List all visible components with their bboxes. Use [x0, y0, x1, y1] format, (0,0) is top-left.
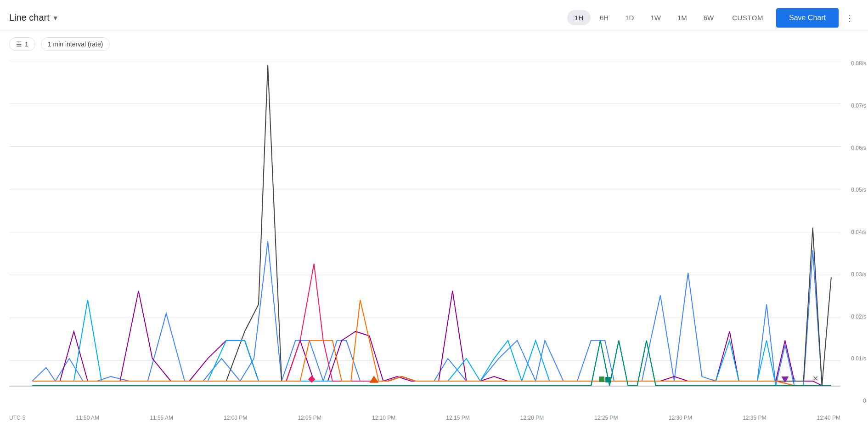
x-label-1235: 12:35 PM — [743, 415, 766, 421]
interval-button[interactable]: 1 min interval (rate) — [41, 37, 110, 51]
filter-count: 1 — [25, 40, 28, 48]
more-options-button[interactable]: ⋮ — [840, 9, 859, 27]
chart-title-container[interactable]: Line chart ▼ — [9, 12, 83, 23]
triangle-up-marker — [781, 376, 789, 383]
diamond-marker — [308, 376, 316, 383]
x-label-1215: 12:15 PM — [446, 415, 469, 421]
save-chart-button[interactable]: Save Chart — [776, 8, 839, 28]
y-axis-labels: 0 0.01/s 0.02/s 0.03/s 0.04/s 0.05/s 0.0… — [851, 61, 866, 404]
x-label-1210: 12:10 PM — [372, 415, 395, 421]
header: Line chart ▼ 1H 6H 1D 1W 1M 6W CUSTOM Sa… — [0, 0, 868, 32]
x-label-1240: 12:40 PM — [817, 415, 840, 421]
chart-area: + ✕ 0 0.01/s 0.02/s 0.03/s 0.04/s 0.05/s… — [0, 56, 868, 422]
time-btn-1w[interactable]: 1W — [643, 10, 668, 25]
square-marker — [599, 376, 604, 382]
time-range-buttons: 1H 6H 1D 1W 1M 6W CUSTOM — [567, 10, 772, 25]
y-label-003: 0.03/s — [851, 272, 866, 277]
y-label-004: 0.04/s — [851, 229, 866, 235]
y-label-005: 0.05/s — [851, 187, 866, 193]
y-label-0: 0 — [851, 398, 866, 404]
chart-type-dropdown-icon[interactable]: ▼ — [52, 14, 59, 22]
x-label-1225: 12:25 PM — [594, 415, 618, 421]
subheader: ☰ 1 1 min interval (rate) — [0, 32, 868, 56]
filter-button[interactable]: ☰ 1 — [9, 37, 35, 51]
filter-icon: ☰ — [16, 40, 22, 48]
x-label-1155: 11:55 AM — [150, 415, 173, 421]
time-btn-1d[interactable]: 1D — [618, 10, 641, 25]
chart-svg: + ✕ — [9, 61, 840, 404]
chart-title-text: Line chart — [9, 12, 50, 23]
plus-marker: + — [792, 376, 797, 385]
y-label-007: 0.07/s — [851, 103, 866, 108]
x-label-1220: 12:20 PM — [520, 415, 544, 421]
time-btn-6h[interactable]: 6H — [592, 10, 616, 25]
x-label-1150: 11:50 AM — [76, 415, 99, 421]
y-label-008: 0.08/s — [851, 61, 866, 66]
y-label-002: 0.02/s — [851, 314, 866, 319]
x-label-1230: 12:30 PM — [669, 415, 692, 421]
time-btn-custom[interactable]: CUSTOM — [723, 10, 772, 25]
x-label-1205: 12:05 PM — [298, 415, 321, 421]
x-axis-labels: UTC-5 11:50 AM 11:55 AM 12:00 PM 12:05 P… — [9, 415, 840, 421]
time-btn-1m[interactable]: 1M — [670, 10, 694, 25]
time-btn-1h[interactable]: 1H — [567, 10, 591, 25]
time-btn-6w[interactable]: 6W — [696, 10, 721, 25]
teal-square-marker — [605, 377, 611, 382]
y-label-006: 0.06/s — [851, 145, 866, 151]
x-marker: ✕ — [812, 375, 818, 382]
x-label-1200: 12:00 PM — [224, 415, 247, 421]
x-label-utc: UTC-5 — [9, 415, 25, 421]
y-label-001: 0.01/s — [851, 356, 866, 361]
